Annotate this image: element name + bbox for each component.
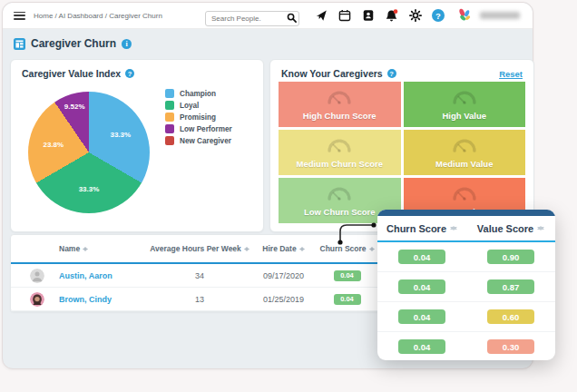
- legend-item-champion[interactable]: Champion: [165, 89, 232, 98]
- churn-score-cell: 0.04: [322, 270, 372, 281]
- search-icon[interactable]: [287, 10, 297, 26]
- hire-date-cell: 01/25/2019: [245, 295, 322, 304]
- user-menu[interactable]: [480, 12, 520, 19]
- gauge-icon: [326, 89, 353, 109]
- settings-icon[interactable]: [408, 9, 422, 23]
- value-score-badge: 0.60: [487, 309, 534, 324]
- question-icon[interactable]: ?: [387, 69, 396, 78]
- tile-medium-value[interactable]: Medium Value: [404, 130, 526, 175]
- know-caregivers-panel: Know Your Caregivers ? Reset High Churn …: [269, 59, 534, 232]
- gauge-icon: [451, 185, 478, 205]
- popup-row: 0.040.60: [377, 302, 555, 332]
- page-title-row: Caregiver Churn i: [14, 37, 132, 50]
- popup-column-value-score[interactable]: Value Score: [466, 222, 555, 234]
- value-score-badge: 0.87: [487, 279, 534, 294]
- tile-high-value[interactable]: High Value: [404, 82, 526, 127]
- popup-row: 0.040.30: [377, 332, 555, 360]
- gauge-icon: [326, 137, 353, 157]
- quadrant-grid: High Churn Score High Value Medium Churn…: [279, 82, 525, 223]
- sort-icon[interactable]: [83, 244, 88, 254]
- score-popup: Churn Score Value Score 0.040.900.040.87…: [377, 210, 555, 360]
- search-box: [205, 8, 299, 24]
- churn-cell: 0.04: [377, 339, 466, 354]
- search-input[interactable]: [205, 11, 299, 26]
- caregiver-name-link[interactable]: Brown, Cindy: [59, 295, 112, 304]
- app-header: Home / AI Dashboard / Caregiver Churn: [3, 3, 533, 29]
- dashboard-icon: [14, 38, 25, 50]
- column-header-hire-date[interactable]: Hire Date: [245, 244, 322, 254]
- caregiver-name-link[interactable]: Austin, Aaron: [59, 271, 112, 280]
- value-cell: 0.60: [466, 309, 555, 324]
- breadcrumb[interactable]: Home / AI Dashboard / Caregiver Churn: [34, 12, 162, 20]
- churn-score-badge: 0.04: [398, 250, 445, 264]
- page-title: Caregiver Churn: [31, 37, 116, 50]
- legend-swatch: [165, 113, 174, 122]
- churn-cell: 0.04: [377, 309, 466, 324]
- calendar-icon[interactable]: [337, 9, 351, 23]
- gauge-icon: [326, 185, 353, 205]
- reset-link[interactable]: Reset: [499, 69, 523, 79]
- know-caregivers-title: Know Your Caregivers: [281, 68, 383, 79]
- legend-label: Champion: [180, 90, 216, 98]
- value-index-title: Caregiver Value Index: [22, 68, 121, 79]
- column-header-churn-score[interactable]: Churn Score: [322, 244, 372, 254]
- tile-label: High Value: [442, 111, 486, 121]
- legend-swatch: [165, 89, 174, 98]
- popup-row: 0.040.87: [377, 272, 555, 302]
- pie-slice-label: 9.52%: [64, 102, 85, 110]
- avg-hours-cell: 34: [154, 271, 245, 280]
- sort-icon[interactable]: [537, 222, 544, 234]
- pie-chart[interactable]: 33.3%33.3%23.8%9.52%: [28, 92, 150, 213]
- name-cell: Brown, Cindy: [59, 295, 154, 304]
- menu-icon[interactable]: [14, 12, 25, 20]
- churn-score-badge: 0.04: [334, 270, 361, 281]
- legend-item-new-caregiver[interactable]: New Caregiver: [165, 136, 232, 145]
- legend-item-promising[interactable]: Promising: [165, 113, 232, 122]
- column-header-name[interactable]: Name: [59, 244, 154, 254]
- tile-high-churn-score[interactable]: High Churn Score: [279, 82, 401, 127]
- legend-swatch: [165, 136, 174, 145]
- header-icons: ?: [314, 9, 445, 23]
- value-score-badge: 0.90: [487, 250, 534, 264]
- legend-label: New Caregiver: [180, 137, 231, 145]
- contacts-icon[interactable]: [361, 9, 375, 23]
- popup-header: Churn Score Value Score: [377, 216, 555, 242]
- churn-score-badge: 0.04: [334, 294, 361, 305]
- value-score-badge: 0.30: [487, 339, 534, 354]
- notifications-icon[interactable]: [385, 9, 398, 23]
- popup-top-bar: [377, 210, 555, 216]
- question-icon[interactable]: ?: [125, 69, 134, 78]
- churn-score-badge: 0.04: [398, 309, 445, 324]
- avatar-cell: [11, 292, 59, 307]
- legend-label: Promising: [180, 113, 216, 122]
- tile-medium-churn-score[interactable]: Medium Churn Score: [279, 130, 401, 175]
- legend-swatch: [165, 101, 174, 110]
- sort-icon[interactable]: [244, 244, 249, 254]
- avg-hours-cell: 13: [154, 295, 245, 304]
- sort-icon[interactable]: [369, 244, 375, 254]
- churn-cell: 0.04: [377, 250, 466, 264]
- send-icon[interactable]: [314, 9, 328, 23]
- avatar: [30, 292, 44, 307]
- legend-label: Loyal: [180, 102, 199, 110]
- brand-logo-icon: [456, 7, 473, 24]
- help-icon[interactable]: ?: [432, 9, 445, 22]
- sort-icon[interactable]: [450, 222, 457, 234]
- legend-swatch: [165, 124, 174, 133]
- pie-slice-label: 33.3%: [110, 130, 131, 138]
- avatar-cell: [11, 269, 59, 283]
- tile-label: Medium Value: [435, 159, 493, 169]
- legend-item-low-performer[interactable]: Low Performer: [165, 124, 232, 133]
- chart-legend: ChampionLoyalPromisingLow PerformerNew C…: [165, 89, 232, 145]
- name-cell: Austin, Aaron: [59, 271, 154, 280]
- sort-icon[interactable]: [299, 244, 305, 254]
- column-header-avg-hours[interactable]: Average Hours Per Week: [154, 244, 245, 254]
- avatar: [30, 269, 44, 283]
- tile-label: Low Churn Score: [304, 207, 376, 217]
- churn-cell: 0.04: [377, 279, 466, 294]
- legend-item-loyal[interactable]: Loyal: [165, 101, 232, 110]
- pie-chart-wrap: 33.3%33.3%23.8%9.52%: [28, 92, 150, 213]
- hire-date-cell: 09/17/2020: [245, 271, 322, 280]
- info-icon[interactable]: i: [122, 39, 132, 49]
- popup-column-churn-score[interactable]: Churn Score: [377, 222, 466, 234]
